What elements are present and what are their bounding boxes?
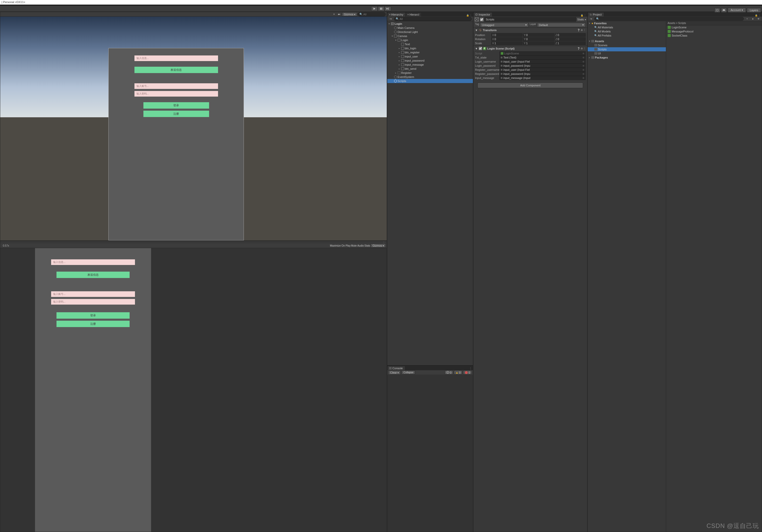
hierarchy-item[interactable]: ▸input_user: [387, 54, 473, 58]
maximize-on-play-toggle[interactable]: Maximize On Play: [330, 244, 351, 247]
step-button[interactable]: [384, 6, 391, 11]
project-search[interactable]: 🔍: [594, 17, 744, 21]
panel-menu-icon[interactable]: ⋮: [0, 241, 387, 243]
hierarchy-item[interactable]: ▸btn_send: [387, 67, 473, 71]
project-file[interactable]: MessageProtocol: [666, 30, 762, 33]
hierarchy-item[interactable]: ▸input_password: [387, 58, 473, 63]
console-err-count[interactable]: ⬤0: [463, 370, 472, 374]
console-warn-count[interactable]: ▲0: [454, 370, 462, 374]
project-tree-item[interactable]: 🔍All Materials: [588, 25, 666, 30]
project-tree-item-selected[interactable]: Scripts: [588, 47, 666, 51]
create-dropdown[interactable]: +▾: [388, 17, 393, 21]
object-field[interactable]: LoginScene⊙: [499, 51, 586, 55]
console-collapse-toggle[interactable]: Collapse: [402, 370, 415, 374]
object-field[interactable]: ⊡input_user (Input Fiel⊙: [499, 60, 586, 64]
pos-x-field[interactable]: X0: [491, 33, 522, 37]
play-button[interactable]: [371, 6, 378, 11]
rot-x-field[interactable]: X0: [491, 37, 522, 41]
object-field[interactable]: ⊡input_password (Inpu⊙: [499, 72, 586, 76]
project-file[interactable]: SocketClass: [666, 33, 762, 37]
hierarchy-item[interactable]: ▸btn_login: [387, 46, 473, 50]
scene-view[interactable]: 输入信息... 发送信息 输入账号... 输入密码... 登录 注册: [0, 17, 387, 240]
panel-menu-icon[interactable]: ⋮: [468, 367, 473, 370]
panel-lock-icon[interactable]: 🔒 ⋮: [754, 14, 762, 17]
transform-header[interactable]: ▼Transform❔ ⚙ ⋮: [473, 28, 587, 33]
game-input-info[interactable]: 输入信息...: [51, 259, 135, 265]
assets-folder[interactable]: ▼Assets: [588, 39, 666, 43]
layer-dropdown[interactable]: Default▾: [537, 23, 586, 27]
mute-audio-toggle[interactable]: Mute Audio: [351, 244, 364, 247]
hierarchy-item[interactable]: ▸input_message: [387, 63, 473, 67]
game-input-pwd[interactable]: 输入密码...: [51, 299, 135, 304]
project-breadcrumb[interactable]: Assets > Scripts: [666, 21, 762, 25]
hierarchy-item[interactable]: ▼Login: [387, 38, 473, 42]
object-field[interactable]: ⊡input_user (Input Fiel⊙: [499, 68, 586, 72]
cloud-icon[interactable]: [721, 8, 727, 13]
project-tree[interactable]: ▼★Favorites 🔍All Materials 🔍All Models 🔍…: [588, 21, 666, 532]
script-component-header[interactable]: ▼#Login Scene (Script)❔ ⚙ ⋮: [473, 46, 587, 51]
hierarchy-item-selected[interactable]: Scripts: [387, 79, 473, 83]
project-tree-item[interactable]: 🔍All Models: [588, 30, 666, 33]
console-body[interactable]: [387, 374, 473, 532]
static-dropdown[interactable]: Static ▾: [577, 18, 586, 21]
scene-search[interactable]: 🔍 All: [358, 12, 386, 16]
project-tree-item[interactable]: 🔍All Prefabs: [588, 33, 666, 37]
active-checkbox[interactable]: [480, 18, 483, 21]
pos-y-field[interactable]: Y0: [523, 33, 554, 37]
game-view[interactable]: 输入信息... 发送信息 输入账号... 输入密码... 登录 注册: [0, 248, 387, 532]
scale-z-field[interactable]: Z1: [555, 41, 586, 45]
pause-button[interactable]: [378, 6, 384, 11]
object-field[interactable]: ⊡Text (Text)⊙: [499, 55, 586, 60]
hidden-icon[interactable]: 👁: [756, 17, 761, 21]
favorites-folder[interactable]: ▼★Favorites: [588, 21, 666, 25]
scale-x-field[interactable]: X1: [491, 41, 522, 45]
rot-y-field[interactable]: Y0: [523, 37, 554, 41]
game-btn-login[interactable]: 登录: [56, 312, 130, 319]
console-tab[interactable]: Console: [387, 366, 405, 370]
gizmos-dropdown[interactable]: Gizmos ▾: [342, 12, 357, 16]
console-info-count[interactable]: ⓘ0: [444, 370, 453, 374]
inspector-lock-icon[interactable]: 🔒 ⋮: [579, 14, 587, 17]
game-input-user[interactable]: 输入账号...: [51, 291, 135, 297]
hierarchy-item[interactable]: ▼Canvas: [387, 34, 473, 38]
hierarchy-item[interactable]: Directional Light: [387, 30, 473, 34]
layers-dropdown[interactable]: Layers: [747, 8, 761, 13]
pos-z-field[interactable]: Z0: [555, 33, 586, 37]
rot-z-field[interactable]: Z0: [555, 37, 586, 41]
tag-dropdown[interactable]: Untagged▾: [480, 23, 529, 27]
camera-icon[interactable]: ■▾: [337, 13, 342, 16]
project-tree-item[interactable]: Scenes: [588, 43, 666, 47]
project-tab[interactable]: Project: [588, 12, 604, 17]
project-content[interactable]: Assets > Scripts LoginScene MessageProto…: [666, 21, 762, 532]
hierarchy-tab-2[interactable]: ≡Hierarcl: [406, 12, 421, 17]
object-field[interactable]: ⊡input_password (Inpu⊙: [499, 64, 586, 68]
add-component-button[interactable]: Add Component: [478, 83, 583, 88]
packages-folder[interactable]: ▸Packages: [588, 55, 666, 60]
gameobject-name-field[interactable]: Scripts: [485, 17, 576, 22]
scale-y-field[interactable]: Y1: [523, 41, 554, 45]
hierarchy-item[interactable]: ▸btn_register: [387, 50, 473, 54]
hierarchy-item[interactable]: EventSystem: [387, 75, 473, 79]
project-file[interactable]: LoginScene: [666, 25, 762, 30]
inspector-tab[interactable]: Inspector: [473, 12, 492, 17]
project-create-dropdown[interactable]: +▾: [589, 17, 593, 21]
panel-lock-icon[interactable]: 🔒 ⋮: [465, 14, 473, 17]
fx-icon[interactable]: ✕: [332, 13, 337, 16]
hierarchy-item[interactable]: ▸Register: [387, 71, 473, 75]
project-tree-item[interactable]: UI: [588, 51, 666, 55]
scene-root[interactable]: ▼Login: [387, 22, 473, 26]
collab-icon[interactable]: [715, 8, 720, 13]
console-clear-button[interactable]: Clear ▾: [388, 370, 401, 374]
account-dropdown[interactable]: Account ▾: [728, 8, 746, 13]
hierarchy-item[interactable]: Text: [387, 42, 473, 46]
game-btn-send[interactable]: 发送信息: [56, 272, 130, 278]
script-enabled-checkbox[interactable]: [479, 47, 482, 50]
stats-toggle[interactable]: Stats: [364, 244, 370, 247]
hierarchy-search[interactable]: 🔍 All: [394, 17, 472, 21]
hierarchy-tab[interactable]: ≡Hierarchy: [387, 12, 406, 17]
hierarchy-item[interactable]: Main Camera: [387, 26, 473, 30]
game-gizmos-dropdown[interactable]: Gizmos ▾: [371, 243, 386, 248]
game-btn-register[interactable]: 注册: [56, 321, 130, 327]
favorite-icon[interactable]: ★: [750, 17, 755, 21]
object-field[interactable]: ⊡input_message (Input⊙: [499, 76, 586, 80]
